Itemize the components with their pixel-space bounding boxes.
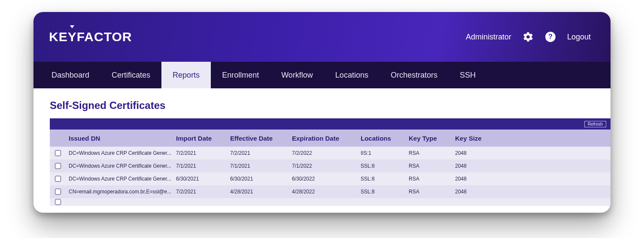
app-window: KEYFACTOR Administrator ? Logout Dashboa… [33, 12, 611, 213]
nav-label: Certificates [112, 71, 150, 80]
col-header-import-date[interactable]: Import Date [176, 135, 230, 142]
nav-reports[interactable]: Reports [161, 62, 211, 88]
cell-locations: SSL:8 [361, 176, 409, 182]
col-header-effective-date[interactable]: Effective Date [230, 135, 292, 142]
cell-import-date: 7/2/2021 [176, 189, 230, 195]
cell-issued-dn: DC=Windows Azure CRP Certificate Gener..… [69, 163, 176, 169]
nav-ssh[interactable]: SSH [449, 62, 487, 88]
nav-label: SSH [460, 71, 476, 80]
cell-locations: IIS:1 [361, 150, 409, 156]
nav-workflow[interactable]: Workflow [270, 62, 324, 88]
row-checkbox[interactable] [55, 176, 61, 182]
col-header-expiration-date[interactable]: Expiration Date [292, 135, 361, 142]
certificates-grid: Refresh Issued DN Import Date Effective … [50, 118, 611, 206]
page-title: Self-Signed Certificates [50, 99, 611, 111]
cell-import-date: 7/2/2021 [176, 150, 230, 156]
nav-certificates[interactable]: Certificates [100, 62, 161, 88]
nav-label: Locations [335, 71, 368, 80]
cell-issued-dn: DC=Windows Azure CRP Certificate Gener..… [69, 176, 176, 182]
nav-label: Workflow [281, 71, 313, 80]
grid-toolbar: Refresh [50, 118, 611, 130]
cell-import-date: 6/30/2021 [176, 176, 230, 182]
table-row[interactable]: CN=email.mgmoperadora.com.br,E=ssl@e... … [50, 185, 611, 198]
table-row[interactable]: DC=Windows Azure CRP Certificate Gener..… [50, 172, 611, 185]
cell-expiration-date: 7/2/2022 [292, 150, 361, 156]
nav-label: Orchestrators [391, 71, 437, 80]
table-row[interactable]: DC=Windows Azure CRP Certificate Gener..… [50, 147, 611, 160]
cell-locations: SSL:8 [361, 189, 409, 195]
row-checkbox[interactable] [55, 163, 61, 169]
row-checkbox[interactable] [55, 199, 61, 205]
cell-key-type: RSA [409, 150, 455, 156]
user-label[interactable]: Administrator [466, 33, 511, 42]
grid-header-row: Issued DN Import Date Effective Date Exp… [50, 130, 611, 147]
header-actions: Administrator ? Logout [466, 31, 591, 42]
col-header-locations[interactable]: Locations [361, 135, 409, 142]
cell-effective-date: 7/1/2021 [230, 163, 292, 169]
cell-import-date: 7/1/2021 [176, 163, 230, 169]
col-header-key-type[interactable]: Key Type [409, 135, 455, 142]
main-nav: Dashboard Certificates Reports Enrollmen… [33, 62, 611, 88]
nav-locations[interactable]: Locations [324, 62, 380, 88]
nav-label: Reports [173, 71, 200, 80]
cell-key-size: 2048 [455, 150, 507, 156]
cell-effective-date: 6/30/2021 [230, 176, 292, 182]
row-checkbox[interactable] [55, 189, 61, 195]
cell-key-size: 2048 [455, 176, 507, 182]
svg-text:?: ? [548, 33, 553, 40]
logout-link[interactable]: Logout [567, 33, 591, 42]
cell-expiration-date: 6/30/2022 [292, 176, 361, 182]
gear-icon[interactable] [522, 31, 534, 42]
nav-orchestrators[interactable]: Orchestrators [380, 62, 449, 88]
col-header-issued-dn[interactable]: Issued DN [69, 135, 176, 142]
page-content: Self-Signed Certificates Refresh Issued … [33, 88, 611, 206]
nav-dashboard[interactable]: Dashboard [37, 62, 100, 88]
nav-label: Enrollment [222, 71, 259, 80]
cell-effective-date: 4/28/2021 [230, 189, 292, 195]
col-header-key-size[interactable]: Key Size [455, 135, 507, 142]
app-header: KEYFACTOR Administrator ? Logout [33, 12, 611, 62]
cell-key-type: RSA [409, 189, 455, 195]
table-row[interactable] [50, 198, 611, 206]
cell-effective-date: 7/2/2021 [230, 150, 292, 156]
cell-key-type: RSA [409, 176, 455, 182]
cell-expiration-date: 7/1/2022 [292, 163, 361, 169]
table-row[interactable]: DC=Windows Azure CRP Certificate Gener..… [50, 160, 611, 172]
cell-key-size: 2048 [455, 189, 507, 195]
refresh-button[interactable]: Refresh [584, 121, 606, 127]
help-icon[interactable]: ? [545, 31, 556, 42]
nav-label: Dashboard [52, 71, 89, 80]
cell-issued-dn: DC=Windows Azure CRP Certificate Gener..… [69, 150, 176, 156]
grid-rows: DC=Windows Azure CRP Certificate Gener..… [50, 147, 611, 206]
cell-locations: SSL:8 [361, 163, 409, 169]
row-checkbox[interactable] [55, 150, 61, 156]
brand-logo: KEYFACTOR [49, 30, 132, 44]
cell-expiration-date: 4/28/2022 [292, 189, 361, 195]
cell-key-size: 2048 [455, 163, 507, 169]
cell-issued-dn: CN=email.mgmoperadora.com.br,E=ssl@e... [69, 189, 176, 195]
cell-key-type: RSA [409, 163, 455, 169]
nav-enrollment[interactable]: Enrollment [211, 62, 270, 88]
